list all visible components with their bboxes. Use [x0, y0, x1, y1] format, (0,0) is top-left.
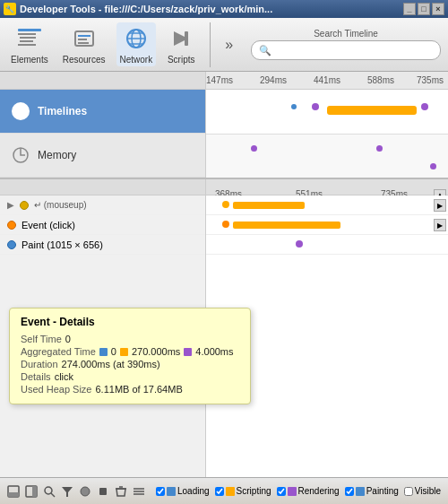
- event-details-panel: Event - Details Self Time 0 Aggregated T…: [9, 308, 251, 404]
- search-input[interactable]: [275, 45, 433, 56]
- expand-arrow-mouseup: ▶: [7, 200, 14, 210]
- timeline-dot-mem-2: [376, 145, 383, 152]
- click-label: Event (click): [22, 220, 75, 230]
- toolbar-elements[interactable]: Elements: [7, 22, 52, 66]
- agg-dot-orange: [120, 348, 128, 356]
- detail-row-aggregated: Aggregated Time 0 270.000ms 4.000ms: [21, 346, 239, 357]
- search-icon: 🔍: [259, 45, 271, 56]
- scroll-arrow-row1[interactable]: ▶: [434, 199, 446, 212]
- timelines-label: Timelines: [38, 105, 87, 117]
- search-area: Search Timeline 🔍: [251, 29, 441, 60]
- svg-rect-6: [78, 35, 90, 37]
- stop-record-icon[interactable]: [97, 484, 109, 499]
- svg-marker-23: [62, 487, 73, 497]
- checkbox-rendering-input[interactable]: [277, 487, 286, 496]
- sidebar-item-timelines[interactable]: Timelines: [0, 90, 205, 134]
- paint-label: Paint (1015 × 656): [22, 239, 103, 250]
- clear-icon[interactable]: [115, 484, 127, 499]
- agg-value-1: 0: [111, 346, 116, 357]
- checkbox-scripting[interactable]: Scripting: [215, 486, 271, 496]
- status-bar: Loading Scripting Rendering Painting Vis…: [0, 477, 448, 504]
- record-icon[interactable]: [79, 484, 91, 499]
- memory-label: Memory: [38, 149, 76, 161]
- checkbox-visible-input[interactable]: [404, 487, 413, 496]
- loading-color: [167, 487, 176, 496]
- timelines-icon: [11, 101, 30, 121]
- agg-dot-blue: [99, 348, 108, 356]
- svg-rect-15: [185, 31, 188, 46]
- toolbar-scripts[interactable]: Scripts: [163, 22, 199, 66]
- tl-bar-click: [233, 222, 340, 229]
- tl-dot-mouseup: [222, 201, 229, 208]
- timeline-dot-blue-1: [291, 104, 297, 109]
- tick-3: 441ms: [314, 75, 340, 85]
- checkbox-visible[interactable]: Visible: [404, 486, 441, 496]
- svg-rect-3: [20, 40, 33, 42]
- dock-bottom-icon[interactable]: [7, 484, 20, 499]
- window-title: Developer Tools - file:///C:/Users/zack/…: [20, 4, 272, 14]
- close-button[interactable]: ×: [432, 3, 444, 15]
- filter-icon[interactable]: [61, 484, 73, 499]
- tick-5: 735ms: [417, 75, 444, 85]
- mouseup-label: ↵ (mouseup): [34, 200, 87, 210]
- timeline-dot-purple-1: [312, 103, 319, 110]
- rendering-color: [288, 487, 297, 496]
- minimize-button[interactable]: _: [403, 3, 416, 15]
- checkbox-painting-input[interactable]: [345, 487, 354, 496]
- memory-icon: [11, 145, 30, 165]
- title-bar: 🔧 Developer Tools - file:///C:/Users/zac…: [0, 0, 448, 18]
- search-label: Search Timeline: [251, 29, 441, 39]
- detail-row-details: Details click: [21, 371, 239, 382]
- painting-label: Painting: [366, 486, 399, 496]
- checkbox-rendering[interactable]: Rendering: [277, 486, 340, 496]
- event-item-click[interactable]: Event (click): [0, 215, 205, 235]
- maximize-button[interactable]: □: [418, 3, 430, 15]
- search-icon-status[interactable]: [43, 484, 56, 499]
- toolbar-network[interactable]: Network: [116, 22, 157, 66]
- tl-dot-paint: [296, 240, 303, 248]
- search-box[interactable]: 🔍: [251, 40, 441, 60]
- tl-bar-mouseup: [233, 202, 305, 209]
- top-timeline-ticks: 147ms 294ms 441ms 588ms 735ms: [0, 72, 448, 90]
- toolbar-resources[interactable]: Resources: [59, 22, 109, 66]
- svg-rect-0: [18, 29, 41, 31]
- heap-value: 6.11MB of 17.64MB: [96, 384, 183, 395]
- scripting-label: Scripting: [237, 486, 271, 496]
- svg-rect-4: [18, 44, 36, 46]
- scroll-arrow-row2[interactable]: ▶: [434, 219, 446, 231]
- dock-right-icon[interactable]: [25, 484, 38, 499]
- separator-line-icon[interactable]: [133, 484, 145, 499]
- timeline-dot-mem-3: [430, 163, 436, 169]
- checkbox-scripting-input[interactable]: [215, 487, 224, 496]
- scripts-label: Scripts: [168, 55, 195, 65]
- details-label: Details: [21, 371, 51, 382]
- tick-1: 147ms: [206, 75, 233, 85]
- agg-dot-purple: [184, 348, 192, 356]
- event-item-mouseup[interactable]: ▶ ↵ (mouseup): [0, 196, 205, 215]
- title-bar-left: 🔧 Developer Tools - file:///C:/Users/zac…: [4, 3, 272, 15]
- agg-value-2: 270.000ms: [132, 346, 180, 357]
- timeline-dot-mem-1: [251, 145, 257, 152]
- svg-rect-18: [8, 492, 19, 497]
- tl-dot-click: [222, 221, 229, 228]
- checkbox-painting[interactable]: Painting: [345, 486, 399, 496]
- resources-label: Resources: [63, 55, 106, 65]
- elements-icon: [15, 24, 44, 53]
- timeline-dot-purple-2: [421, 103, 428, 110]
- detail-row-duration: Duration 274.000ms (at 390ms): [21, 359, 239, 369]
- svg-point-21: [45, 487, 52, 494]
- checkbox-loading[interactable]: Loading: [156, 486, 210, 496]
- svg-rect-2: [20, 37, 36, 39]
- event-item-paint[interactable]: Paint (1015 × 656): [0, 235, 205, 255]
- checkbox-loading-input[interactable]: [156, 487, 165, 496]
- resources-icon: [70, 24, 99, 53]
- svg-rect-7: [78, 39, 87, 40]
- tick-4: 588ms: [367, 75, 394, 85]
- detail-row-heap: Used Heap Size 6.11MB of 17.64MB: [21, 384, 239, 395]
- toolbar-more-icon[interactable]: »: [225, 37, 233, 53]
- sidebar-item-memory[interactable]: Memory: [0, 134, 205, 178]
- window-controls[interactable]: _ □ ×: [403, 3, 444, 15]
- self-time-label: Self Time: [21, 334, 62, 344]
- visible-label: Visible: [415, 486, 441, 496]
- tick-area-top: 147ms 294ms 441ms 588ms 735ms: [206, 72, 448, 89]
